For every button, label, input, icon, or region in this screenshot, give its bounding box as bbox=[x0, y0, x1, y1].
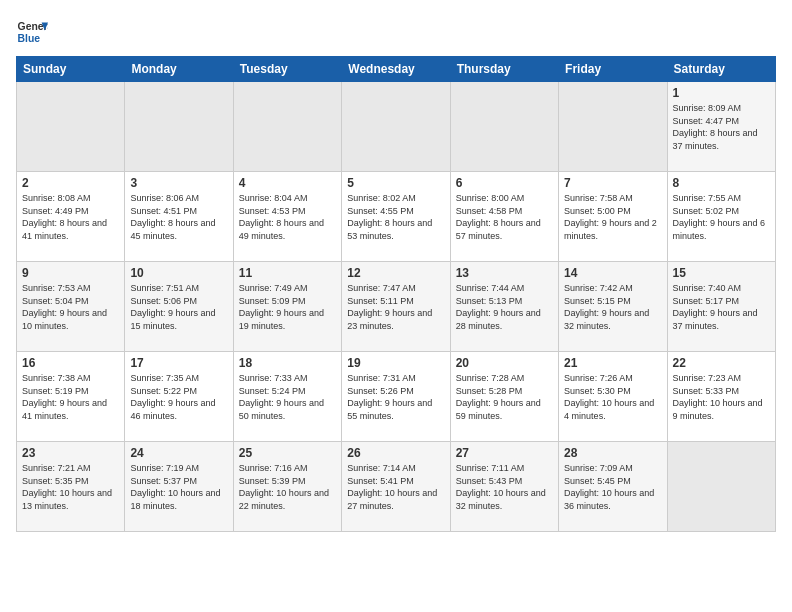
calendar-cell bbox=[667, 442, 775, 532]
calendar-week-row: 23Sunrise: 7:21 AMSunset: 5:35 PMDayligh… bbox=[17, 442, 776, 532]
logo-icon: General Blue bbox=[16, 16, 48, 48]
day-info: Sunrise: 7:49 AMSunset: 5:09 PMDaylight:… bbox=[239, 282, 336, 332]
day-number: 16 bbox=[22, 356, 119, 370]
day-number: 28 bbox=[564, 446, 661, 460]
day-info: Sunrise: 8:04 AMSunset: 4:53 PMDaylight:… bbox=[239, 192, 336, 242]
day-info: Sunrise: 7:58 AMSunset: 5:00 PMDaylight:… bbox=[564, 192, 661, 242]
day-info: Sunrise: 7:33 AMSunset: 5:24 PMDaylight:… bbox=[239, 372, 336, 422]
day-info: Sunrise: 7:16 AMSunset: 5:39 PMDaylight:… bbox=[239, 462, 336, 512]
day-info: Sunrise: 7:19 AMSunset: 5:37 PMDaylight:… bbox=[130, 462, 227, 512]
calendar-cell bbox=[125, 82, 233, 172]
calendar-cell bbox=[342, 82, 450, 172]
day-number: 13 bbox=[456, 266, 553, 280]
calendar-cell: 19Sunrise: 7:31 AMSunset: 5:26 PMDayligh… bbox=[342, 352, 450, 442]
calendar-week-row: 16Sunrise: 7:38 AMSunset: 5:19 PMDayligh… bbox=[17, 352, 776, 442]
calendar-cell: 5Sunrise: 8:02 AMSunset: 4:55 PMDaylight… bbox=[342, 172, 450, 262]
day-number: 12 bbox=[347, 266, 444, 280]
weekday-header: Tuesday bbox=[233, 57, 341, 82]
calendar-table: SundayMondayTuesdayWednesdayThursdayFrid… bbox=[16, 56, 776, 532]
calendar-cell: 21Sunrise: 7:26 AMSunset: 5:30 PMDayligh… bbox=[559, 352, 667, 442]
day-info: Sunrise: 8:02 AMSunset: 4:55 PMDaylight:… bbox=[347, 192, 444, 242]
page-header: General Blue bbox=[16, 16, 776, 48]
day-number: 17 bbox=[130, 356, 227, 370]
calendar-cell: 22Sunrise: 7:23 AMSunset: 5:33 PMDayligh… bbox=[667, 352, 775, 442]
calendar-week-row: 9Sunrise: 7:53 AMSunset: 5:04 PMDaylight… bbox=[17, 262, 776, 352]
day-number: 11 bbox=[239, 266, 336, 280]
day-number: 2 bbox=[22, 176, 119, 190]
day-info: Sunrise: 7:09 AMSunset: 5:45 PMDaylight:… bbox=[564, 462, 661, 512]
day-number: 21 bbox=[564, 356, 661, 370]
day-number: 4 bbox=[239, 176, 336, 190]
calendar-cell: 23Sunrise: 7:21 AMSunset: 5:35 PMDayligh… bbox=[17, 442, 125, 532]
day-info: Sunrise: 7:23 AMSunset: 5:33 PMDaylight:… bbox=[673, 372, 770, 422]
day-number: 18 bbox=[239, 356, 336, 370]
day-number: 1 bbox=[673, 86, 770, 100]
day-info: Sunrise: 7:26 AMSunset: 5:30 PMDaylight:… bbox=[564, 372, 661, 422]
calendar-cell: 10Sunrise: 7:51 AMSunset: 5:06 PMDayligh… bbox=[125, 262, 233, 352]
day-info: Sunrise: 8:06 AMSunset: 4:51 PMDaylight:… bbox=[130, 192, 227, 242]
day-number: 3 bbox=[130, 176, 227, 190]
calendar-cell bbox=[450, 82, 558, 172]
weekday-header-row: SundayMondayTuesdayWednesdayThursdayFrid… bbox=[17, 57, 776, 82]
day-info: Sunrise: 7:51 AMSunset: 5:06 PMDaylight:… bbox=[130, 282, 227, 332]
calendar-cell: 16Sunrise: 7:38 AMSunset: 5:19 PMDayligh… bbox=[17, 352, 125, 442]
calendar-cell bbox=[233, 82, 341, 172]
calendar-cell: 28Sunrise: 7:09 AMSunset: 5:45 PMDayligh… bbox=[559, 442, 667, 532]
day-info: Sunrise: 7:28 AMSunset: 5:28 PMDaylight:… bbox=[456, 372, 553, 422]
weekday-header: Saturday bbox=[667, 57, 775, 82]
svg-text:Blue: Blue bbox=[18, 33, 41, 44]
day-info: Sunrise: 7:40 AMSunset: 5:17 PMDaylight:… bbox=[673, 282, 770, 332]
day-number: 25 bbox=[239, 446, 336, 460]
calendar-week-row: 1Sunrise: 8:09 AMSunset: 4:47 PMDaylight… bbox=[17, 82, 776, 172]
calendar-cell: 26Sunrise: 7:14 AMSunset: 5:41 PMDayligh… bbox=[342, 442, 450, 532]
calendar-cell: 25Sunrise: 7:16 AMSunset: 5:39 PMDayligh… bbox=[233, 442, 341, 532]
day-info: Sunrise: 8:09 AMSunset: 4:47 PMDaylight:… bbox=[673, 102, 770, 152]
calendar-cell: 27Sunrise: 7:11 AMSunset: 5:43 PMDayligh… bbox=[450, 442, 558, 532]
weekday-header: Wednesday bbox=[342, 57, 450, 82]
day-info: Sunrise: 7:47 AMSunset: 5:11 PMDaylight:… bbox=[347, 282, 444, 332]
day-number: 6 bbox=[456, 176, 553, 190]
day-info: Sunrise: 8:08 AMSunset: 4:49 PMDaylight:… bbox=[22, 192, 119, 242]
calendar-cell: 3Sunrise: 8:06 AMSunset: 4:51 PMDaylight… bbox=[125, 172, 233, 262]
day-info: Sunrise: 7:42 AMSunset: 5:15 PMDaylight:… bbox=[564, 282, 661, 332]
calendar-cell: 14Sunrise: 7:42 AMSunset: 5:15 PMDayligh… bbox=[559, 262, 667, 352]
calendar-cell: 9Sunrise: 7:53 AMSunset: 5:04 PMDaylight… bbox=[17, 262, 125, 352]
calendar-cell: 7Sunrise: 7:58 AMSunset: 5:00 PMDaylight… bbox=[559, 172, 667, 262]
calendar-week-row: 2Sunrise: 8:08 AMSunset: 4:49 PMDaylight… bbox=[17, 172, 776, 262]
calendar-cell: 6Sunrise: 8:00 AMSunset: 4:58 PMDaylight… bbox=[450, 172, 558, 262]
day-number: 5 bbox=[347, 176, 444, 190]
calendar-cell: 15Sunrise: 7:40 AMSunset: 5:17 PMDayligh… bbox=[667, 262, 775, 352]
calendar-cell: 11Sunrise: 7:49 AMSunset: 5:09 PMDayligh… bbox=[233, 262, 341, 352]
weekday-header: Thursday bbox=[450, 57, 558, 82]
calendar-cell: 18Sunrise: 7:33 AMSunset: 5:24 PMDayligh… bbox=[233, 352, 341, 442]
day-info: Sunrise: 7:38 AMSunset: 5:19 PMDaylight:… bbox=[22, 372, 119, 422]
calendar-cell: 4Sunrise: 8:04 AMSunset: 4:53 PMDaylight… bbox=[233, 172, 341, 262]
day-number: 9 bbox=[22, 266, 119, 280]
calendar-cell bbox=[17, 82, 125, 172]
day-info: Sunrise: 7:14 AMSunset: 5:41 PMDaylight:… bbox=[347, 462, 444, 512]
day-number: 14 bbox=[564, 266, 661, 280]
day-number: 8 bbox=[673, 176, 770, 190]
day-number: 23 bbox=[22, 446, 119, 460]
weekday-header: Friday bbox=[559, 57, 667, 82]
day-info: Sunrise: 8:00 AMSunset: 4:58 PMDaylight:… bbox=[456, 192, 553, 242]
day-info: Sunrise: 7:53 AMSunset: 5:04 PMDaylight:… bbox=[22, 282, 119, 332]
day-info: Sunrise: 7:55 AMSunset: 5:02 PMDaylight:… bbox=[673, 192, 770, 242]
day-info: Sunrise: 7:35 AMSunset: 5:22 PMDaylight:… bbox=[130, 372, 227, 422]
calendar-cell: 24Sunrise: 7:19 AMSunset: 5:37 PMDayligh… bbox=[125, 442, 233, 532]
day-info: Sunrise: 7:31 AMSunset: 5:26 PMDaylight:… bbox=[347, 372, 444, 422]
calendar-cell: 1Sunrise: 8:09 AMSunset: 4:47 PMDaylight… bbox=[667, 82, 775, 172]
calendar-cell: 12Sunrise: 7:47 AMSunset: 5:11 PMDayligh… bbox=[342, 262, 450, 352]
weekday-header: Sunday bbox=[17, 57, 125, 82]
calendar-cell: 17Sunrise: 7:35 AMSunset: 5:22 PMDayligh… bbox=[125, 352, 233, 442]
day-number: 22 bbox=[673, 356, 770, 370]
weekday-header: Monday bbox=[125, 57, 233, 82]
calendar-cell bbox=[559, 82, 667, 172]
day-number: 24 bbox=[130, 446, 227, 460]
calendar-cell: 20Sunrise: 7:28 AMSunset: 5:28 PMDayligh… bbox=[450, 352, 558, 442]
day-info: Sunrise: 7:11 AMSunset: 5:43 PMDaylight:… bbox=[456, 462, 553, 512]
day-number: 19 bbox=[347, 356, 444, 370]
day-number: 7 bbox=[564, 176, 661, 190]
day-number: 27 bbox=[456, 446, 553, 460]
day-info: Sunrise: 7:44 AMSunset: 5:13 PMDaylight:… bbox=[456, 282, 553, 332]
